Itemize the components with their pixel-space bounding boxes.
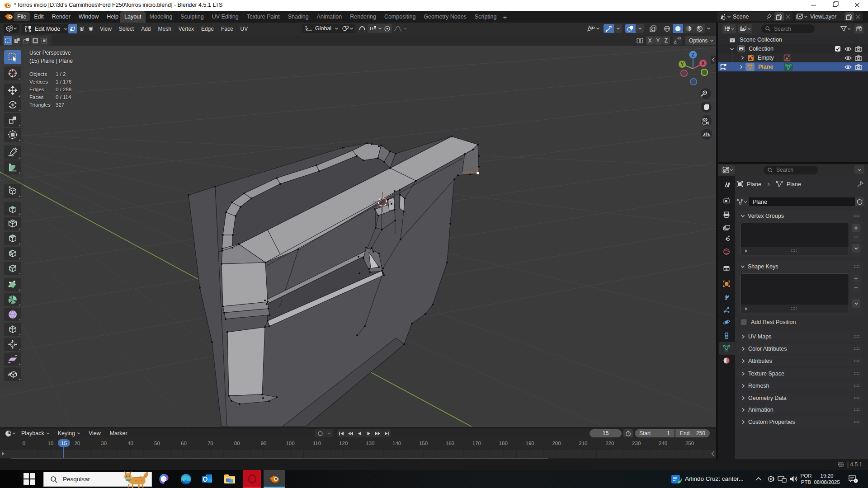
svg-text:Y: Y — [681, 62, 684, 67]
svg-text:X: X — [702, 61, 705, 66]
svg-text:1: 1 — [855, 479, 857, 483]
svg-text:Z: Z — [692, 52, 695, 57]
